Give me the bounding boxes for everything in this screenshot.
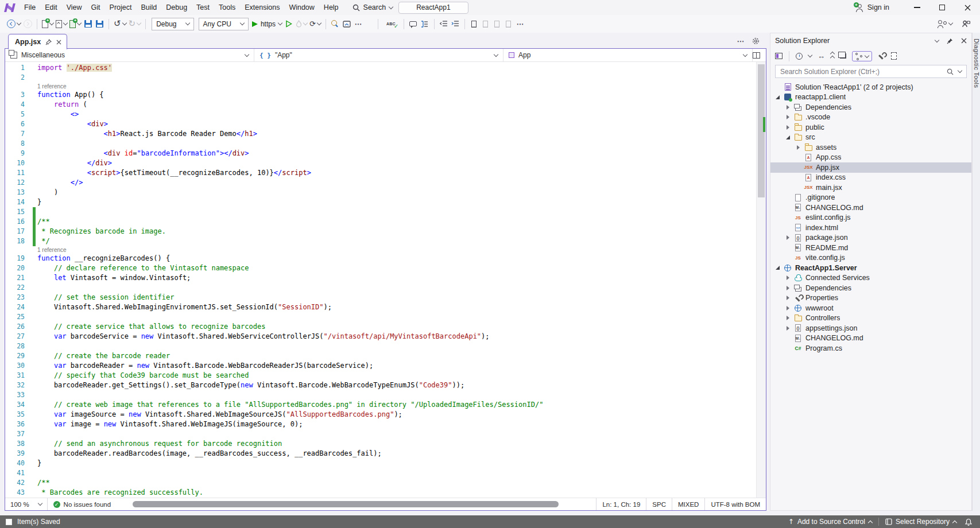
send-feedback-button[interactable] — [960, 17, 972, 31]
panel-menu-chevron-icon[interactable] — [935, 37, 939, 42]
hscrollbar-thumb[interactable] — [133, 501, 559, 507]
tree-item-index.css[interactable]: Aindex.css — [770, 173, 971, 183]
open-file-button[interactable] — [55, 17, 68, 31]
properties-window-icon[interactable] — [840, 53, 846, 59]
tree-item-connected-services[interactable]: Connected Services — [770, 273, 971, 284]
menu-help[interactable]: Help — [319, 0, 343, 15]
wrench-icon[interactable] — [878, 52, 885, 60]
tree-item-eslint.config.js[interactable]: JSeslint.config.js — [770, 213, 971, 223]
editor-vertical-scrollbar[interactable] — [756, 62, 766, 498]
panel-close-icon[interactable] — [961, 38, 967, 44]
toggle-comment-button[interactable] — [408, 17, 419, 31]
background-task-icon[interactable] — [6, 519, 12, 525]
tree-item-properties[interactable]: Properties — [770, 293, 971, 304]
navigate-forward-button[interactable] — [22, 17, 33, 31]
tree-item-vite.config.js[interactable]: JSvite.config.js — [770, 253, 971, 263]
switch-views-icon[interactable] — [775, 53, 783, 59]
spell-checker-button[interactable]: ABC✓ — [385, 17, 397, 31]
tab-diagnostic-tools[interactable]: Diagnostic Tools — [973, 38, 980, 88]
start-without-debugging-button[interactable] — [283, 17, 295, 31]
tree-item-controllers[interactable]: Controllers — [770, 313, 971, 324]
collapsed-arrow-icon[interactable] — [787, 286, 789, 290]
solution-platform-dropdown[interactable]: Any CPU — [199, 18, 249, 30]
hot-reload-button[interactable] — [295, 17, 308, 31]
tree-item-program.cs[interactable]: C#Program.cs — [770, 343, 971, 354]
project-scope-dropdown[interactable]: Miscellaneous — [5, 49, 254, 61]
menu-debug[interactable]: Debug — [161, 0, 192, 15]
panel-pin-icon[interactable] — [947, 38, 953, 44]
search-options-chevron-icon[interactable] — [958, 68, 962, 73]
collapse-all-icon[interactable] — [831, 52, 834, 60]
codelens-references[interactable]: 1 reference — [5, 83, 756, 90]
show-all-files-icon[interactable] — [891, 52, 897, 60]
collapsed-arrow-icon[interactable] — [787, 306, 789, 310]
tree-item-reactapp1.client[interactable]: reactapp1.client — [770, 92, 971, 103]
collapsed-arrow-icon[interactable] — [787, 296, 789, 300]
add-to-source-control-button[interactable]: ↑ Add to Source Control — [786, 518, 874, 526]
tree-item-.gitignore[interactable]: .gitignore — [770, 193, 971, 203]
notifications-button[interactable] — [963, 518, 974, 526]
cursor-position-indicator[interactable]: Ln: 1, Ch: 19 — [596, 498, 646, 510]
tree-item-index.html[interactable]: <>index.html — [770, 223, 971, 233]
next-bookmark-button[interactable] — [491, 17, 503, 31]
toggle-bookmark-button[interactable] — [468, 17, 480, 31]
tree-item-changelog.md[interactable]: M↓CHANGELOG.md — [770, 333, 971, 344]
editor-horizontal-scrollbar[interactable] — [117, 498, 596, 510]
pending-changes-filter-icon[interactable] — [796, 53, 803, 60]
issues-indicator[interactable]: ✓ No issues found — [48, 498, 117, 510]
increase-indent-button[interactable] — [450, 17, 461, 31]
solution-explorer-search[interactable]: Search Solution Explorer (Ctrl+;) — [775, 65, 967, 78]
select-repository-button[interactable]: Select Repository — [883, 518, 959, 526]
tree-item-dependencies[interactable]: Dependencies — [770, 283, 971, 293]
undo-button[interactable]: ↺ — [113, 17, 127, 31]
new-file-button[interactable]: + — [41, 17, 55, 31]
menu-file[interactable]: File — [20, 0, 40, 15]
close-tab-icon[interactable] — [56, 40, 61, 45]
bookmark-overflow-button[interactable]: ⋯ — [514, 17, 526, 31]
menu-test[interactable]: Test — [192, 0, 214, 15]
collapsed-arrow-icon[interactable] — [787, 115, 789, 119]
search-control[interactable]: Search — [353, 3, 393, 11]
menu-tools[interactable]: Tools — [214, 0, 240, 15]
tree-item-changelog.md[interactable]: M↓CHANGELOG.md — [770, 203, 971, 213]
maximize-button[interactable] — [929, 0, 955, 15]
tab-settings-icon[interactable] — [752, 37, 760, 45]
tree-item-readme.md[interactable]: M↓README.md — [770, 243, 971, 253]
tree-item-dependencies[interactable]: Dependencies — [770, 102, 971, 112]
tree-item-assets[interactable]: assets — [770, 142, 971, 153]
menu-git[interactable]: Git — [87, 0, 105, 15]
menu-build[interactable]: Build — [136, 0, 161, 15]
pin-icon[interactable] — [45, 39, 52, 45]
sync-selection-icon[interactable]: ↔ — [818, 52, 825, 60]
navigate-back-button[interactable] — [6, 17, 22, 31]
sign-in-button[interactable]: + Sign in — [855, 3, 889, 11]
menu-project[interactable]: Project — [105, 0, 137, 15]
collapsed-arrow-icon[interactable] — [787, 235, 789, 240]
expanded-arrow-icon[interactable] — [776, 95, 780, 99]
tree-item-app.jsx[interactable]: JSXApp.jsx — [770, 162, 971, 173]
solution-configuration-dropdown[interactable]: Debug — [152, 18, 193, 30]
menu-extensions[interactable]: Extensions — [240, 0, 284, 15]
code-editor[interactable]: 1import './App.css'21 reference3function… — [5, 62, 766, 498]
save-all-button[interactable] — [94, 17, 105, 31]
tree-item-wwwroot[interactable]: wwwroot — [770, 303, 971, 313]
tree-item-solution-reactapp1-2-of-2-projects-[interactable]: Solution 'ReactApp1' (2 of 2 projects) — [770, 82, 971, 92]
add-item-button[interactable]: + — [68, 17, 82, 31]
start-debugging-button[interactable]: https — [251, 17, 283, 31]
decrease-indent-button[interactable] — [438, 17, 450, 31]
spaces-indicator[interactable]: SPC — [646, 498, 672, 510]
codelens-references[interactable]: 1 reference — [5, 246, 756, 254]
filter-chevron-icon[interactable] — [808, 53, 812, 57]
document-overflow-button[interactable]: ⋯ — [737, 37, 745, 45]
save-button[interactable] — [82, 17, 94, 31]
close-button[interactable] — [955, 0, 980, 15]
tree-item-public[interactable]: public — [770, 122, 971, 133]
refresh-button[interactable]: ⟳ — [308, 17, 322, 31]
previous-bookmark-button[interactable] — [480, 17, 491, 31]
encoding-indicator[interactable]: UTF-8 with BOM — [704, 498, 766, 510]
collapsed-arrow-icon[interactable] — [787, 316, 789, 320]
tree-item-src[interactable]: src — [770, 133, 971, 143]
format-document-button[interactable] — [419, 17, 431, 31]
tree-item-.vscode[interactable]: .vscode — [770, 112, 971, 123]
redo-button[interactable]: ↻ — [127, 17, 142, 31]
